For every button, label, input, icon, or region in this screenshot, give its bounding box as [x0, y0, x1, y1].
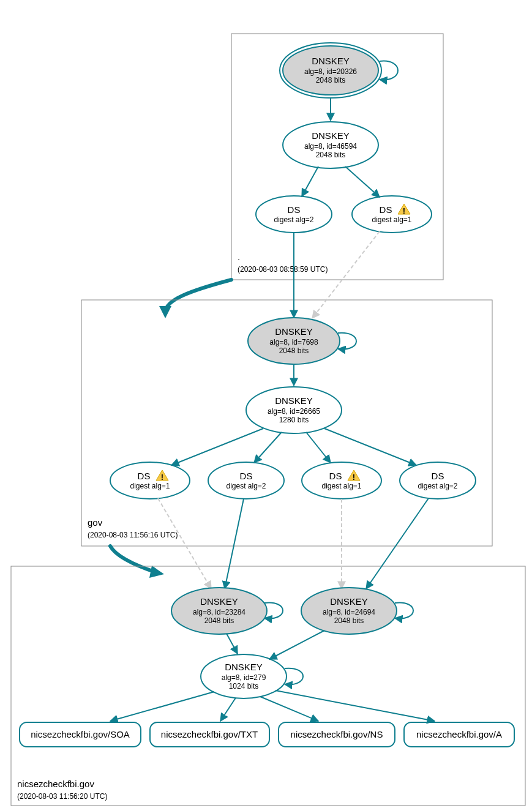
edge-leaf-zsk-ns [260, 697, 318, 721]
node-root-zsk: DNSKEY alg=8, id=46594 2048 bits [283, 122, 378, 168]
node-rr-a: nicsezcheckfbi.gov/A [404, 722, 514, 747]
svg-text:digest alg=1: digest alg=1 [372, 215, 411, 224]
svg-text:DS: DS [288, 204, 301, 215]
zone-root-time: (2020-08-03 08:58:59 UTC) [238, 265, 328, 274]
self-loop-icon [395, 603, 413, 619]
node-gov-zsk: DNSKEY alg=8, id=26665 1280 bits [246, 387, 342, 433]
edge-gov-ds2b-leaf-ksk2 [366, 498, 429, 589]
svg-text:alg=8, id=46594: alg=8, id=46594 [304, 142, 357, 151]
edge-gov-zsk-ds2b [324, 428, 416, 465]
svg-text:alg=8, id=23284: alg=8, id=23284 [193, 608, 245, 616]
edge-root-ds1-gov-ksk [312, 231, 380, 318]
svg-text:nicsezcheckfbi.gov/SOA: nicsezcheckfbi.gov/SOA [31, 729, 130, 739]
svg-text:DNSKEY: DNSKEY [275, 326, 313, 337]
zone-leaf-label: nicsezcheckfbi.gov [17, 779, 94, 789]
svg-text:DNSKEY: DNSKEY [312, 130, 350, 141]
svg-text:2048 bits: 2048 bits [279, 346, 309, 355]
svg-text:nicsezcheckfbi.gov/TXT: nicsezcheckfbi.gov/TXT [161, 729, 258, 739]
edge-gov-zsk-ds2a [254, 432, 282, 463]
node-gov-ksk: DNSKEY alg=8, id=7698 2048 bits [248, 318, 356, 364]
svg-text:2048 bits: 2048 bits [316, 151, 346, 159]
node-rr-ns: nicsezcheckfbi.gov/NS [279, 722, 395, 747]
svg-text:1024 bits: 1024 bits [229, 682, 259, 690]
edge-gov-ds2a-leaf-ksk1 [225, 499, 244, 589]
edge-leaf-zsk-txt [220, 698, 236, 721]
node-gov-ds2b: DS digest alg=2 [400, 462, 476, 499]
svg-text:digest alg=1: digest alg=1 [321, 482, 361, 490]
zone-root-label: . [238, 252, 240, 262]
node-leaf-zsk: DNSKEY alg=8, id=279 1024 bits [201, 654, 303, 698]
edge-gov-zsk-ds1a [171, 428, 263, 465]
edge-root-zsk-ds2 [302, 166, 318, 196]
svg-text:DS: DS [380, 204, 392, 215]
node-gov-ds1a: DS ! digest alg=1 [110, 462, 190, 499]
node-leaf-ksk2: DNSKEY alg=8, id=24694 2048 bits [301, 588, 413, 634]
svg-text:alg=8, id=20326: alg=8, id=20326 [304, 67, 357, 76]
zone-arrow-root-gov [165, 280, 231, 312]
svg-text:nicsezcheckfbi.gov/A: nicsezcheckfbi.gov/A [416, 729, 502, 739]
node-root-ds2: DS digest alg=2 [256, 196, 332, 233]
edge-leaf-zsk-a [275, 690, 435, 721]
svg-text:DS: DS [329, 471, 342, 481]
node-root-ksk: DNSKEY alg=8, id=20326 2048 bits [280, 43, 398, 98]
svg-text:DNSKEY: DNSKEY [312, 56, 350, 66]
svg-text:2048 bits: 2048 bits [316, 76, 346, 84]
svg-text:DNSKEY: DNSKEY [275, 395, 313, 406]
svg-text:alg=8, id=7698: alg=8, id=7698 [269, 338, 318, 346]
svg-text:DS: DS [240, 471, 253, 481]
svg-text:DNSKEY: DNSKEY [200, 596, 238, 607]
svg-text:2048 bits: 2048 bits [334, 616, 364, 625]
svg-text:alg=8, id=24694: alg=8, id=24694 [323, 608, 375, 616]
svg-text:alg=8, id=279: alg=8, id=279 [222, 673, 266, 682]
node-root-ds1: DS ! digest alg=1 [352, 196, 432, 233]
svg-text:nicsezcheckfbi.gov/NS: nicsezcheckfbi.gov/NS [291, 729, 383, 739]
svg-text:DS: DS [432, 471, 444, 481]
edge-root-zsk-ds1 [345, 166, 380, 197]
edge-gov-zsk-ds1b [306, 432, 331, 463]
svg-text:!: ! [353, 473, 355, 482]
zone-leaf-time: (2020-08-03 11:56:20 UTC) [17, 792, 107, 801]
svg-text:DNSKEY: DNSKEY [330, 596, 368, 607]
svg-text:!: ! [161, 473, 163, 482]
edge-gov-ds1a-leaf-ksk1 [158, 498, 211, 589]
svg-text:DNSKEY: DNSKEY [225, 662, 263, 672]
svg-text:2048 bits: 2048 bits [204, 616, 234, 625]
svg-text:digest alg=2: digest alg=2 [418, 482, 457, 490]
svg-text:digest alg=2: digest alg=2 [226, 482, 266, 490]
edge-leaf-ksk2-zsk [269, 630, 324, 659]
svg-text:alg=8, id=26665: alg=8, id=26665 [268, 407, 320, 416]
svg-text:digest alg=2: digest alg=2 [274, 215, 313, 224]
node-rr-soa: nicsezcheckfbi.gov/SOA [20, 722, 141, 747]
zone-arrow-gov-leaf [110, 546, 156, 572]
svg-text:!: ! [403, 206, 405, 215]
node-leaf-ksk1: DNSKEY alg=8, id=23284 2048 bits [171, 588, 283, 634]
edge-leaf-ksk1-zsk [227, 634, 238, 654]
edge-leaf-zsk-soa [110, 692, 214, 721]
self-loop-icon [380, 61, 398, 80]
self-loop-icon [338, 333, 356, 350]
node-rr-txt: nicsezcheckfbi.gov/TXT [150, 722, 269, 747]
node-gov-ds1b: DS ! digest alg=1 [302, 462, 381, 499]
self-loop-icon [285, 668, 303, 685]
svg-text:DS: DS [138, 471, 151, 481]
dnssec-diagram: . (2020-08-03 08:58:59 UTC) DNSKEY alg=8… [0, 0, 532, 808]
zone-gov-label: gov [88, 517, 103, 528]
svg-text:1280 bits: 1280 bits [279, 416, 309, 424]
svg-text:digest alg=1: digest alg=1 [130, 482, 170, 490]
zone-gov-time: (2020-08-03 11:56:16 UTC) [88, 531, 178, 539]
node-gov-ds2a: DS digest alg=2 [208, 462, 284, 499]
